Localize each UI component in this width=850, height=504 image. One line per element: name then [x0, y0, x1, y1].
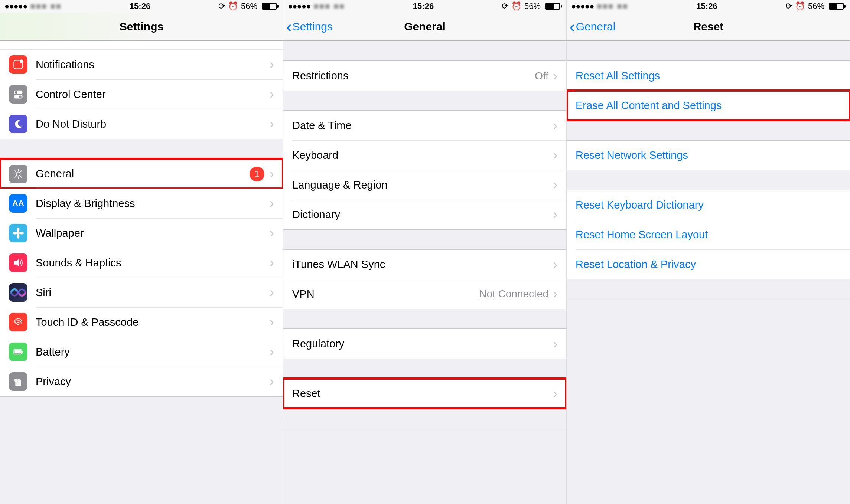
cell-siri[interactable]: Siri› — [0, 278, 283, 307]
group-spacer — [567, 279, 850, 299]
cell-erase-all-content-and-settings[interactable]: Erase All Content and Settings — [567, 91, 850, 120]
status-bar: ●●●●●■■■ ■■15:26⟳⏰56% — [0, 0, 283, 13]
filler — [0, 416, 283, 504]
cell-language-region[interactable]: Language & Region› — [283, 170, 566, 200]
phone-screen1: ●●●●●■■■ ■■15:26⟳⏰56%SettingsNotificatio… — [0, 0, 283, 504]
back-label: Settings — [293, 20, 333, 33]
cell-regulatory[interactable]: Regulatory› — [283, 329, 566, 359]
cell-wallpaper[interactable]: Wallpaper› — [0, 218, 283, 248]
group-spacer — [0, 139, 283, 159]
cell-general[interactable]: General1› — [0, 159, 283, 189]
badge: 1 — [250, 167, 264, 181]
cell-vpn[interactable]: VPNNot Connected› — [283, 279, 566, 309]
svg-line-12 — [20, 176, 22, 177]
cell-restrictions[interactable]: RestrictionsOff› — [283, 61, 566, 91]
cell-label: iTunes WLAN Sync — [292, 258, 553, 271]
cell-label: Reset Home Screen Layout — [576, 229, 841, 241]
cell-sounds-haptics[interactable]: Sounds & Haptics› — [0, 248, 283, 278]
chevron-right-icon: › — [553, 147, 557, 163]
clock: 15:26 — [130, 1, 150, 11]
speaker-icon — [9, 253, 27, 272]
back-button[interactable]: ‹General — [567, 19, 615, 35]
rotation-lock-icon: ⟳ — [785, 1, 792, 11]
carrier-label: ■■■ ■■ — [30, 1, 62, 11]
battery-icon — [260, 3, 279, 10]
gear-icon — [9, 165, 27, 183]
chevron-right-icon: › — [270, 314, 274, 330]
cell-label: Privacy — [36, 376, 270, 388]
group-spacer — [283, 309, 566, 329]
svg-point-17 — [17, 234, 20, 239]
control-center-icon — [9, 85, 27, 104]
cell-label: Reset Keyboard Dictionary — [576, 199, 841, 211]
chevron-right-icon: › — [270, 166, 274, 182]
group-spacer — [567, 41, 850, 61]
cell-privacy[interactable]: Privacy› — [0, 367, 283, 396]
svg-point-18 — [13, 232, 17, 235]
chevron-right-icon: › — [553, 257, 557, 272]
cell-value: Off — [535, 70, 548, 82]
alarm-icon: ⏰ — [228, 1, 238, 11]
cell-display-brightness[interactable]: AADisplay & Brightness› — [0, 189, 283, 218]
chevron-right-icon: › — [270, 86, 274, 102]
filler — [567, 299, 850, 504]
cell-label: Date & Time — [292, 120, 553, 132]
cell-label: Wallpaper — [36, 227, 270, 239]
phone-screen3: ●●●●●■■■ ■■15:26⟳⏰56%‹GeneralResetReset … — [567, 0, 850, 504]
cell-touch-id-passcode[interactable]: Touch ID & Passcode› — [0, 307, 283, 337]
cell-label: Sounds & Haptics — [36, 257, 270, 269]
cell-label: Siri — [36, 287, 270, 299]
cell-value: Not Connected — [479, 288, 548, 300]
cell-itunes-wlan-sync[interactable]: iTunes WLAN Sync› — [283, 249, 566, 279]
rotation-lock-icon: ⟳ — [218, 1, 225, 11]
chevron-right-icon: › — [553, 68, 557, 84]
cell-label: Dictionary — [292, 209, 553, 221]
cell-date-time[interactable]: Date & Time› — [283, 111, 566, 140]
chevron-left-icon: ‹ — [570, 19, 575, 35]
cell-keyboard[interactable]: Keyboard› — [283, 140, 566, 170]
cell-label: General — [36, 168, 250, 180]
clock: 15:26 — [696, 1, 717, 11]
cell-dictionary[interactable]: Dictionary› — [283, 200, 566, 229]
cell-reset[interactable]: Reset› — [283, 379, 566, 408]
cell-label: Display & Brightness — [36, 197, 270, 210]
cell-reset-home-screen-layout[interactable]: Reset Home Screen Layout — [567, 220, 850, 249]
svg-point-19 — [19, 232, 24, 235]
fingerprint-icon — [9, 313, 27, 331]
cell-control-center[interactable]: Control Center› — [0, 79, 283, 109]
cell-do-not-disturb[interactable]: Do Not Disturb› — [0, 109, 283, 139]
cell-label: Battery — [36, 346, 270, 358]
clock: 15:26 — [413, 1, 434, 11]
chevron-right-icon: › — [270, 57, 274, 72]
phone-screen2: ●●●●●■■■ ■■15:26⟳⏰56%‹SettingsGeneralRes… — [283, 0, 567, 504]
cell-label: Reset — [292, 387, 553, 400]
cell-label: VPN — [292, 288, 479, 300]
alarm-icon: ⏰ — [795, 1, 805, 11]
cell-battery[interactable]: Battery› — [0, 337, 283, 367]
chevron-right-icon: › — [270, 255, 274, 271]
carrier-label: ■■■ ■■ — [597, 1, 628, 11]
cell-reset-network-settings[interactable]: Reset Network Settings — [567, 140, 850, 170]
back-button[interactable]: ‹Settings — [283, 19, 333, 35]
carrier-label: ■■■ ■■ — [313, 1, 345, 11]
battery-icon — [544, 3, 562, 10]
cell-label: Touch ID & Passcode — [36, 316, 270, 328]
cell-reset-keyboard-dictionary[interactable]: Reset Keyboard Dictionary — [567, 190, 850, 220]
nav-bar: ‹GeneralReset — [567, 13, 850, 41]
cell-reset-all-settings[interactable]: Reset All Settings — [567, 61, 850, 91]
chevron-right-icon: › — [270, 285, 274, 300]
flower-icon — [9, 224, 27, 242]
svg-rect-22 — [14, 350, 20, 353]
page-title: Settings — [0, 20, 283, 33]
chevron-right-icon: › — [553, 177, 557, 193]
chevron-right-icon: › — [553, 286, 557, 302]
cell-notifications[interactable]: Notifications› — [0, 50, 283, 79]
cell-reset-location-privacy[interactable]: Reset Location & Privacy — [567, 249, 850, 279]
cell-label: Notifications — [36, 59, 270, 71]
chevron-left-icon: ‹ — [286, 19, 292, 35]
moon-icon — [9, 115, 27, 133]
svg-line-14 — [20, 170, 22, 171]
cell-label: Regulatory — [292, 338, 553, 350]
svg-point-6 — [16, 172, 20, 176]
chevron-right-icon: › — [270, 374, 274, 389]
